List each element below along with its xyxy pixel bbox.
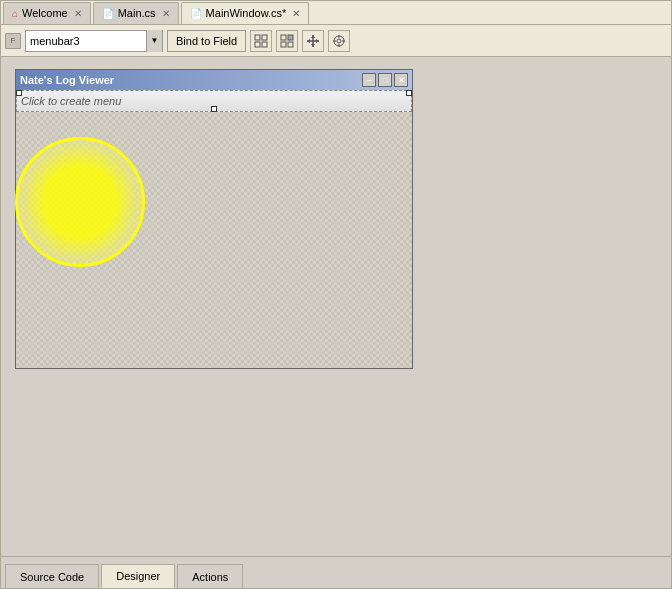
svg-rect-0 <box>255 35 260 40</box>
tab-mainwindow-cs[interactable]: 📄 MainWindow.cs* ✕ <box>181 2 310 24</box>
svg-rect-4 <box>281 35 286 40</box>
restore-button[interactable]: □ <box>378 73 392 87</box>
tab-mainwindow-cs-label: MainWindow.cs* <box>206 7 287 19</box>
svg-marker-13 <box>316 39 319 43</box>
bottom-tab-source-code[interactable]: Source Code <box>5 564 99 588</box>
minimize-button[interactable]: ─ <box>362 73 376 87</box>
toolbar-btn-3[interactable] <box>302 30 324 52</box>
designer-label: Designer <box>116 570 160 582</box>
svg-rect-3 <box>262 42 267 47</box>
svg-marker-10 <box>311 35 315 38</box>
bottom-tab-designer[interactable]: Designer <box>101 564 175 588</box>
tab-bar: ⌂ Welcome ✕ 📄 Main.cs ✕ 📄 MainWindow.cs*… <box>1 1 671 25</box>
toolbar-btn-2[interactable] <box>276 30 298 52</box>
resize-handle-tl[interactable] <box>16 90 22 96</box>
svg-rect-5 <box>288 35 293 40</box>
tab-main-cs-close[interactable]: ✕ <box>162 8 170 19</box>
toolbar-small-icon: F <box>5 33 21 49</box>
tab-welcome[interactable]: ⌂ Welcome ✕ <box>3 2 91 24</box>
svg-rect-6 <box>281 42 286 47</box>
svg-marker-11 <box>311 44 315 47</box>
svg-marker-12 <box>307 39 310 43</box>
grid-icon <box>254 34 268 48</box>
toolbar-btn-1[interactable] <box>250 30 272 52</box>
resize-handle-bm[interactable] <box>211 106 217 112</box>
tab-welcome-close[interactable]: ✕ <box>74 8 82 19</box>
menubar-combo-input[interactable]: menubar3 <box>26 33 146 49</box>
designer-window: Nate's Log Viewer ─ □ ✕ Click <box>15 69 413 369</box>
resize-handle-tr[interactable] <box>406 90 412 96</box>
svg-rect-1 <box>262 35 267 40</box>
bind-to-field-button[interactable]: Bind to Field <box>167 30 246 52</box>
home-icon: ⌂ <box>12 8 18 19</box>
tab-welcome-label: Welcome <box>22 7 68 19</box>
toolbar-btn-4[interactable] <box>328 30 350 52</box>
menu-placeholder-text[interactable]: Click to create menu <box>21 95 121 107</box>
bottom-tab-actions[interactable]: Actions <box>177 564 243 588</box>
designer-window-content[interactable]: Click to create menu <box>16 90 412 368</box>
close-window-button[interactable]: ✕ <box>394 73 408 87</box>
svg-point-15 <box>337 39 341 43</box>
main-canvas: Nate's Log Viewer ─ □ ✕ Click <box>1 57 671 558</box>
toolbar: F menubar3 ▼ Bind to Field <box>1 25 671 57</box>
file-icon-1: 📄 <box>102 8 114 19</box>
file-icon-2: 📄 <box>190 8 202 19</box>
svg-rect-2 <box>255 42 260 47</box>
designer-window-titlebar: Nate's Log Viewer ─ □ ✕ <box>16 70 412 90</box>
tab-main-cs[interactable]: 📄 Main.cs ✕ <box>93 2 179 24</box>
source-code-label: Source Code <box>20 571 84 583</box>
actions-label: Actions <box>192 571 228 583</box>
grid-select-icon <box>280 34 294 48</box>
tab-main-cs-label: Main.cs <box>118 7 156 19</box>
svg-rect-7 <box>288 42 293 47</box>
designer-window-title: Nate's Log Viewer <box>20 74 114 86</box>
arrows-icon <box>306 34 320 48</box>
target-icon <box>332 34 346 48</box>
combo-dropdown-arrow[interactable]: ▼ <box>146 30 162 52</box>
titlebar-buttons: ─ □ ✕ <box>362 73 408 87</box>
bottom-tab-bar: Source Code Designer Actions <box>1 556 671 588</box>
tab-mainwindow-cs-close[interactable]: ✕ <box>292 8 300 19</box>
combo-container: menubar3 ▼ <box>25 30 163 52</box>
